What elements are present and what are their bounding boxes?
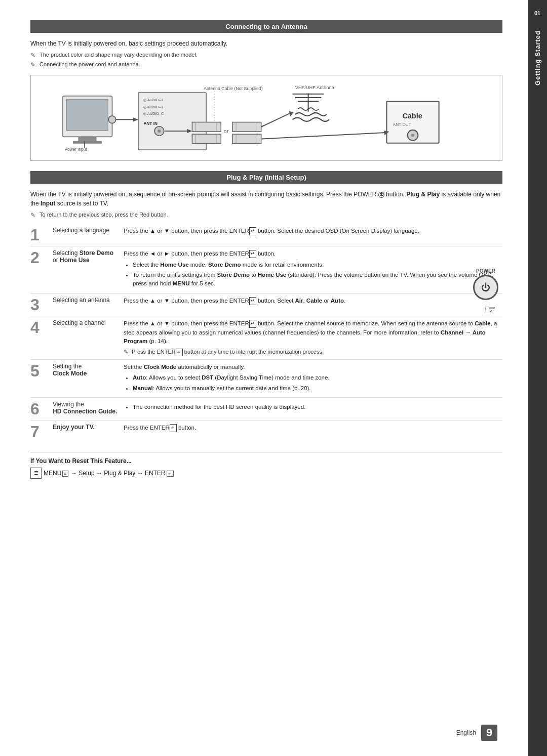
antenna-title: Connecting to an Antenna — [225, 23, 307, 30]
step-row-6: 6 Viewing theHD Connection Guide. The co… — [30, 397, 502, 420]
step-desc-7: Press the ENTER↵ button. — [122, 420, 502, 443]
step-6-bullet-1: The connection method for the best HD sc… — [133, 403, 500, 411]
step-number-7: 7 — [30, 420, 51, 443]
svg-line-45 — [262, 133, 386, 139]
steps-table: 1 Selecting a language Press the ▲ or ▼ … — [30, 224, 502, 443]
step-number-5: 5 — [30, 359, 51, 397]
step-desc-3: Press the ▲ or ▼ button, then press the … — [122, 293, 502, 316]
step-row-3: 3 Selecting an antenna Press the ▲ or ▼ … — [30, 293, 502, 316]
svg-marker-8 — [133, 117, 138, 121]
svg-line-33 — [261, 113, 290, 127]
reset-section: If You Want to Reset This Feature... ☰ M… — [30, 452, 502, 479]
chapter-title: Getting Started — [534, 30, 541, 86]
antenna-section-header: Connecting to an Antenna — [30, 20, 502, 33]
svg-text:ANT IN: ANT IN — [143, 121, 158, 125]
footer-language: English — [456, 729, 476, 736]
page-container: Connecting to an Antenna When the TV is … — [0, 0, 547, 756]
footer: English 9 — [456, 725, 497, 741]
step-desc-1: Press the ▲ or ▼ button, then press the … — [122, 224, 502, 246]
step-row-7: 7 Enjoy your TV. Press the ENTER↵ button… — [30, 420, 502, 443]
svg-text:◎ AUDIO–1: ◎ AUDIO–1 — [143, 98, 163, 102]
step-5-bullet-2: Manual: Allows you to manually set the c… — [133, 384, 500, 393]
svg-rect-1 — [67, 99, 108, 131]
plug-play-title: Plug & Play (Initial Setup) — [226, 174, 306, 181]
step-row-2: 2 Selecting Store Demoor Home Use Press … — [30, 246, 502, 293]
menu-icon: ☰ — [30, 468, 42, 479]
page-number: 9 — [481, 725, 497, 741]
step-5-bullet-1: Auto: Allows you to select DST (Daylight… — [133, 373, 500, 382]
svg-point-6 — [108, 116, 115, 123]
antenna-diagram: Power Input ◎ AUDIO–1 ◎ AUDIO–1 ◎ AUDIO–… — [30, 75, 502, 161]
plug-play-header: Plug & Play (Initial Setup) — [30, 171, 502, 184]
step-5-bullets: Auto: Allows you to select DST (Daylight… — [133, 373, 500, 393]
step-desc-2: Press the ◄ or ► button, then press the … — [122, 246, 502, 293]
step-number-6: 6 — [30, 397, 51, 420]
step-number-1: 1 — [30, 224, 51, 246]
step-number-4: 4 — [30, 316, 51, 359]
chapter-number: 01 — [534, 10, 540, 16]
antenna-note-2: Connecting the power cord and antenna. — [30, 61, 502, 68]
main-content: Connecting to an Antenna When the TV is … — [0, 0, 528, 756]
step-title-2: Selecting Store Demoor Home Use — [51, 246, 122, 293]
power-button-icon: ⏻ — [473, 275, 498, 300]
step-title-1: Selecting a language — [51, 224, 122, 246]
reset-menu-path: ☰ MENU≡ → Setup → Plug & Play → ENTER↵ — [30, 468, 502, 479]
step-desc-5: Set the Clock Mode automatically or manu… — [122, 359, 502, 397]
step-2-bullet-2: To return the unit's settings from Store… — [133, 271, 500, 288]
svg-text:ANT OUT: ANT OUT — [393, 122, 411, 127]
reset-title: If You Want to Reset This Feature... — [30, 457, 502, 465]
step-row-1: 1 Selecting a language Press the ▲ or ▼ … — [30, 224, 502, 246]
step-row-4: 4 Selecting a channel Press the ▲ or ▼ b… — [30, 316, 502, 359]
step-number-2: 2 — [30, 246, 51, 293]
svg-text:◎ AUDIO–C: ◎ AUDIO–C — [143, 111, 164, 116]
plug-play-note: To return to the previous step, press th… — [30, 211, 502, 219]
power-label: POWER — [476, 268, 495, 274]
hand-pointing-icon: ☞ — [484, 302, 496, 318]
antenna-diagram-svg: Power Input ◎ AUDIO–1 ◎ AUDIO–1 ◎ AUDIO–… — [38, 83, 494, 164]
step-number-3: 3 — [30, 293, 51, 316]
power-illustration: POWER ⏻ ☞ — [473, 268, 498, 318]
svg-text:Cable: Cable — [402, 112, 422, 120]
step-2-bullets: Select the Home Use mode. Store Demo mod… — [133, 261, 500, 288]
step-title-5: Setting theClock Mode — [51, 359, 122, 397]
svg-text:or: or — [223, 128, 228, 134]
step-title-7: Enjoy your TV. — [51, 420, 122, 443]
step-title-4: Selecting a channel — [51, 316, 122, 359]
svg-rect-2 — [78, 137, 96, 141]
step-title-3: Selecting an antenna — [51, 293, 122, 316]
plug-play-intro: When the TV is initially powered on, a s… — [30, 190, 502, 208]
svg-text:VHF/UHF Antenna: VHF/UHF Antenna — [295, 85, 335, 90]
svg-point-44 — [411, 134, 414, 137]
side-tab: 01 Getting Started — [528, 0, 547, 756]
svg-point-15 — [158, 130, 161, 133]
svg-text:Antenna Cable (Not Supplied): Antenna Cable (Not Supplied) — [204, 86, 263, 91]
antenna-intro: When the TV is initially powered on, bas… — [30, 39, 502, 48]
svg-rect-3 — [73, 141, 102, 143]
step-row-5: 5 Setting theClock Mode Set the Clock Mo… — [30, 359, 502, 397]
step-4-note: Press the ENTER↵ button at any time to i… — [124, 348, 500, 356]
svg-text:◎ AUDIO–1: ◎ AUDIO–1 — [143, 104, 163, 109]
antenna-note-1: The product color and shape may vary dep… — [30, 51, 502, 59]
svg-text:Power Input: Power Input — [65, 147, 88, 152]
step-2-bullet-1: Select the Home Use mode. Store Demo mod… — [133, 261, 500, 269]
menu-path-text: MENU≡ → Setup → Plug & Play → ENTER↵ — [44, 470, 174, 477]
step-desc-4: Press the ▲ or ▼ button, then press the … — [122, 316, 502, 359]
step-title-6: Viewing theHD Connection Guide. — [51, 397, 122, 420]
step-desc-6: The connection method for the best HD sc… — [122, 397, 502, 420]
step-6-bullets: The connection method for the best HD sc… — [133, 403, 500, 411]
